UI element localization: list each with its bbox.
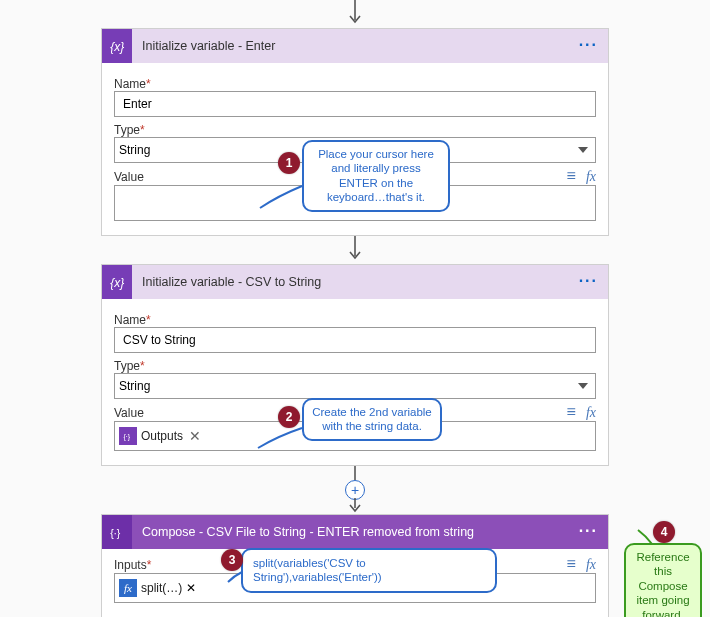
- inputs-label: Inputs*: [114, 558, 151, 572]
- dynamic-content-icon[interactable]: ≡: [567, 169, 576, 185]
- flow-column: {x} Initialize variable - Enter ··· Name…: [0, 0, 710, 617]
- card-header[interactable]: {x} Initialize variable - Enter ···: [102, 29, 608, 63]
- svg-text:{x}: {x}: [110, 276, 124, 290]
- name-label: Name*: [114, 313, 596, 327]
- annotation-badge-3: 3: [221, 549, 243, 571]
- callout-tail-icon: [256, 424, 304, 450]
- variable-icon: {x}: [102, 265, 132, 299]
- dynamic-content-icon[interactable]: ≡: [567, 405, 576, 421]
- add-step-button[interactable]: +: [345, 480, 365, 500]
- type-label: Type*: [114, 123, 596, 137]
- dynamic-content-icon[interactable]: ≡: [567, 557, 576, 573]
- name-input[interactable]: [114, 91, 596, 117]
- token-remove-button[interactable]: ✕: [187, 428, 203, 444]
- value-label: Value: [114, 170, 144, 184]
- expression-icon[interactable]: fx: [586, 169, 596, 185]
- token-label: split(…): [141, 581, 182, 595]
- name-label: Name*: [114, 77, 596, 91]
- value-label: Value: [114, 406, 144, 420]
- token-label: Outputs: [141, 429, 183, 443]
- fx-icon: fx: [119, 579, 137, 597]
- card-menu-button[interactable]: ···: [579, 36, 598, 54]
- annotation-badge-2: 2: [278, 406, 300, 428]
- arrow-down-icon: [345, 0, 365, 28]
- type-select[interactable]: [114, 373, 596, 399]
- token-split[interactable]: fx split(…) ✕: [119, 578, 196, 598]
- compose-icon: {·}: [102, 515, 132, 549]
- annotation-badge-4: 4: [653, 521, 675, 543]
- callout-2: Create the 2nd variable with the string …: [302, 398, 442, 441]
- callout-tail-icon: [258, 180, 304, 210]
- card-title: Compose - CSV File to String - ENTER rem…: [132, 525, 474, 539]
- callout-1: Place your cursor here and literally pre…: [302, 140, 450, 212]
- expression-icon[interactable]: fx: [586, 405, 596, 421]
- svg-text:{x}: {x}: [110, 40, 124, 54]
- type-label: Type*: [114, 359, 596, 373]
- variable-icon: {x}: [102, 29, 132, 63]
- name-input[interactable]: [114, 327, 596, 353]
- token-icon: {·}: [119, 427, 137, 445]
- token-remove-button[interactable]: ✕: [186, 581, 196, 595]
- callout-4: Reference this Compose item going forwar…: [624, 543, 702, 617]
- card-title: Initialize variable - CSV to String: [132, 275, 321, 289]
- card-header[interactable]: {·} Compose - CSV File to String - ENTER…: [102, 515, 608, 549]
- card-menu-button[interactable]: ···: [579, 522, 598, 540]
- annotation-badge-1: 1: [278, 152, 300, 174]
- callout-3: split(variables('CSV to String'),variabl…: [241, 548, 497, 593]
- svg-text:{·}: {·}: [124, 433, 131, 441]
- expression-icon[interactable]: fx: [586, 557, 596, 573]
- arrow-down-icon: [345, 236, 365, 264]
- card-header[interactable]: {x} Initialize variable - CSV to String …: [102, 265, 608, 299]
- card-title: Initialize variable - Enter: [132, 39, 275, 53]
- card-menu-button[interactable]: ···: [579, 272, 598, 290]
- svg-text:{·}: {·}: [110, 527, 120, 539]
- arrow-down-icon: [345, 498, 365, 514]
- token-outputs[interactable]: {·} Outputs ✕: [119, 426, 203, 446]
